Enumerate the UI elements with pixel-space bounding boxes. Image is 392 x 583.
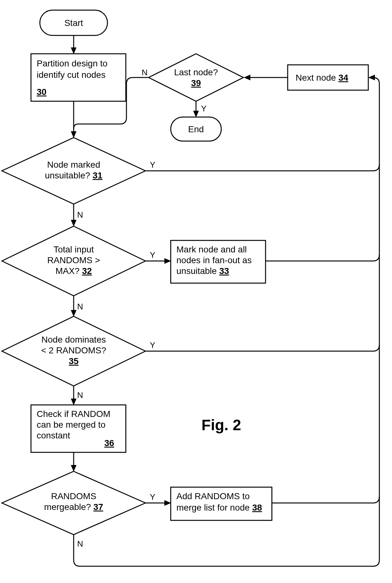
- node-39: Last node? 39: [149, 54, 243, 101]
- svg-text:30: 30: [37, 87, 46, 97]
- svg-text:constant: constant: [37, 431, 70, 440]
- edge-37-Y: Y: [150, 492, 155, 502]
- edge-37-N: N: [77, 539, 83, 549]
- start-label: Start: [64, 18, 83, 28]
- svg-text:RANDOMS >: RANDOMS >: [47, 255, 100, 265]
- svg-text:can be merged to: can be merged to: [37, 420, 106, 430]
- svg-text:identify cut nodes: identify cut nodes: [37, 70, 106, 80]
- node-33: Mark node and all nodes in fan-out as un…: [171, 240, 266, 283]
- svg-text:Node dominates: Node dominates: [41, 335, 106, 344]
- svg-text:36: 36: [104, 438, 114, 448]
- node-35: Node dominates < 2 RANDOMS? 35: [2, 316, 145, 386]
- svg-text:Total input: Total input: [53, 245, 94, 254]
- svg-text:unsuitable? 31: unsuitable? 31: [45, 171, 102, 180]
- svg-text:Partition design to: Partition design to: [37, 59, 107, 68]
- end-label: End: [188, 124, 204, 134]
- edge-35-N: N: [77, 390, 83, 400]
- svg-text:MAX? 32: MAX? 32: [55, 266, 92, 276]
- svg-text:merge list for node 38: merge list for node 38: [176, 503, 262, 512]
- svg-marker-5: [149, 54, 243, 101]
- edge-31-N: N: [77, 210, 83, 220]
- node-end: End: [171, 117, 221, 141]
- edge-39-N: N: [142, 68, 148, 77]
- figure-title: Fig. 2: [201, 417, 241, 433]
- svg-text:35: 35: [69, 356, 78, 366]
- svg-text:mergeable? 37: mergeable? 37: [44, 502, 103, 512]
- svg-text:unsuitable 33: unsuitable 33: [176, 266, 229, 276]
- svg-text:Add RANDOMS to: Add RANDOMS to: [176, 491, 250, 501]
- node-30: Partition design to identify cut nodes 3…: [31, 54, 126, 101]
- node-31: Node marked unsuitable? 31: [2, 138, 145, 204]
- svg-text:Last node?: Last node?: [174, 67, 218, 77]
- edge-32-N: N: [77, 302, 83, 311]
- svg-text:Mark node and all: Mark node and all: [176, 245, 247, 254]
- svg-text:39: 39: [191, 78, 201, 88]
- node-start: Start: [40, 10, 107, 35]
- edge-39-Y: Y: [201, 104, 206, 113]
- edge-32-Y: Y: [150, 250, 155, 260]
- svg-text:< 2 RANDOMS?: < 2 RANDOMS?: [41, 345, 106, 355]
- node-32: Total input RANDOMS > MAX? 32: [2, 226, 145, 296]
- svg-text:Next node 34: Next node 34: [296, 73, 348, 83]
- node-34: Next node 34: [288, 65, 368, 90]
- edge-31-Y: Y: [150, 160, 155, 170]
- svg-text:Node marked: Node marked: [47, 160, 100, 170]
- svg-text:Check if RANDOM: Check if RANDOM: [37, 409, 110, 419]
- svg-text:nodes in fan-out as: nodes in fan-out as: [176, 255, 252, 265]
- node-38: Add RANDOMS to merge list for node 38: [171, 487, 272, 520]
- node-36: Check if RANDOM can be merged to constan…: [31, 405, 126, 452]
- flowchart-figure: Start Partition design to identify cut n…: [0, 0, 392, 583]
- node-37: RANDOMS mergeable? 37: [2, 471, 145, 535]
- edge-35-Y: Y: [150, 340, 155, 350]
- svg-text:RANDOMS: RANDOMS: [51, 491, 96, 501]
